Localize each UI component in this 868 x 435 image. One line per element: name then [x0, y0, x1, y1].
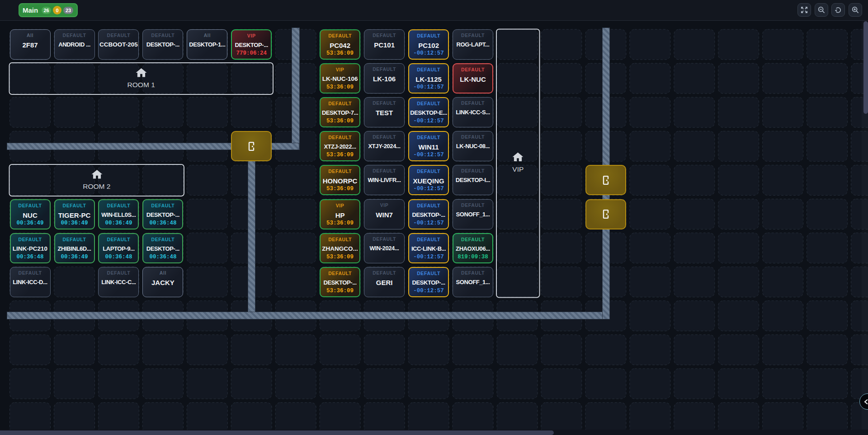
svg-text:ROOM 1: ROOM 1: [127, 81, 155, 89]
svg-text:ROOM 2: ROOM 2: [83, 182, 110, 190]
svg-text:VIP: VIP: [512, 165, 524, 173]
